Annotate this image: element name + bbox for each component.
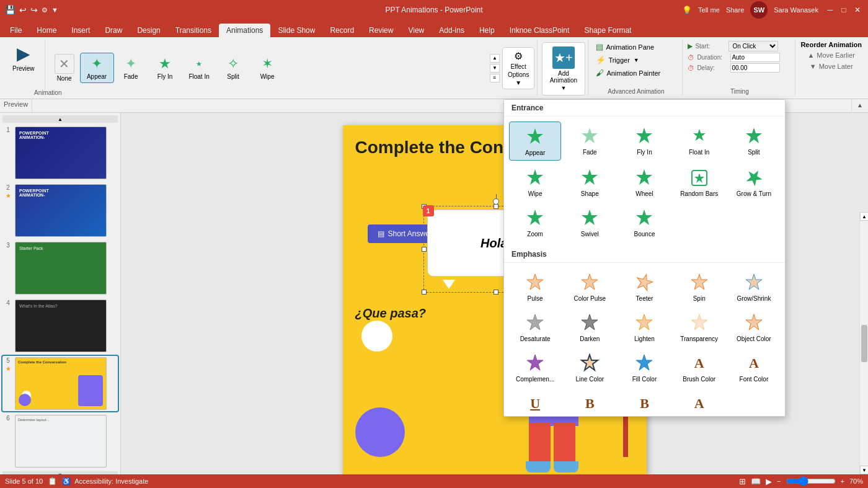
emphasis-boldflash[interactable]: B Bold Flash bbox=[564, 389, 616, 416]
delay-input[interactable] bbox=[730, 63, 780, 73]
minimize-btn[interactable]: ─ bbox=[825, 4, 836, 16]
anim-wipe[interactable]: ✶ Wipe bbox=[250, 53, 285, 82]
entrance-bounce[interactable]: Bounce bbox=[618, 203, 670, 241]
emphasis-brushcolor[interactable]: A Brush Color bbox=[673, 348, 725, 386]
slide-thumb-4[interactable]: 4 What's In the Atlas? bbox=[2, 298, 118, 353]
view-slideshow-icon[interactable]: ▶ bbox=[766, 477, 772, 486]
tab-review[interactable]: Review bbox=[361, 24, 401, 37]
tab-draw[interactable]: Draw bbox=[97, 24, 130, 37]
emphasis-linecolor[interactable]: Line Color bbox=[564, 348, 616, 386]
entrance-floatin[interactable]: Float In bbox=[673, 122, 725, 161]
scroll-down-btn[interactable]: ▼ bbox=[490, 64, 500, 73]
tab-transitions[interactable]: Transitions bbox=[168, 24, 219, 37]
entrance-shape[interactable]: Shape bbox=[564, 163, 616, 201]
zoom-slider[interactable] bbox=[786, 476, 836, 486]
slide-scroll-up-btn[interactable]: ▲ bbox=[2, 115, 118, 123]
tab-file[interactable]: File bbox=[2, 24, 29, 37]
move-later-btn[interactable]: ▼ Move Later bbox=[806, 61, 857, 72]
add-animation-btn[interactable]: ★+ Add Animation ▼ bbox=[542, 42, 585, 95]
emphasis-boldreveal[interactable]: B Bold Reveal bbox=[618, 389, 670, 416]
undo-icon[interactable]: ↩ bbox=[19, 5, 27, 15]
share-text[interactable]: Share bbox=[726, 6, 744, 14]
entrance-flyin[interactable]: Fly In bbox=[618, 122, 670, 161]
table-leg bbox=[623, 414, 628, 457]
start-select[interactable]: On Click With Previous After Previous bbox=[728, 41, 778, 51]
entrance-zoom[interactable]: Zoom bbox=[509, 203, 561, 241]
emphasis-colorpulse[interactable]: Color Pulse bbox=[564, 268, 616, 306]
view-reading-icon[interactable]: 📖 bbox=[751, 477, 761, 486]
emphasis-growshrink[interactable]: Grow/Shrink bbox=[728, 268, 780, 306]
emphasis-fillcolor[interactable]: Fill Color bbox=[618, 348, 670, 386]
view-normal-icon[interactable]: ⊞ bbox=[739, 477, 746, 486]
emphasis-wave[interactable]: A Wave bbox=[673, 389, 725, 416]
tab-addins[interactable]: Add-ins bbox=[432, 24, 472, 37]
quick-access-more[interactable]: ⚙ bbox=[42, 6, 48, 14]
tab-view[interactable]: View bbox=[401, 24, 432, 37]
tab-home[interactable]: Home bbox=[29, 24, 64, 37]
tab-insert[interactable]: Insert bbox=[64, 24, 97, 37]
zoom-in-btn[interactable]: + bbox=[841, 477, 844, 485]
emphasis-darken[interactable]: Darken bbox=[564, 308, 616, 346]
animation-painter-btn[interactable]: 🖌 Animation Painter bbox=[593, 67, 678, 79]
anim-fade[interactable]: ✦ Fade bbox=[114, 53, 148, 82]
slide-thumb-2[interactable]: 2 ★ POWERPOINTANIMATION- bbox=[2, 183, 118, 238]
tab-shapeformat[interactable]: Shape Format bbox=[577, 24, 639, 37]
user-avatar[interactable]: SW bbox=[750, 1, 768, 19]
emphasis-pulse[interactable]: Pulse bbox=[509, 268, 561, 306]
emphasis-lighten[interactable]: Lighten bbox=[618, 308, 670, 346]
tab-help[interactable]: Help bbox=[472, 24, 502, 37]
emphasis-desaturate[interactable]: Desaturate bbox=[509, 308, 561, 346]
tab-animations[interactable]: Animations bbox=[219, 24, 270, 37]
slide-thumb-5[interactable]: 5 ★ Complete the Conversation bbox=[2, 356, 118, 411]
tab-record[interactable]: Record bbox=[322, 24, 361, 37]
accessibility-icon[interactable]: ♿ bbox=[62, 477, 71, 486]
emphasis-transparency[interactable]: Transparency bbox=[673, 308, 725, 346]
trigger-btn[interactable]: ⚡ Trigger ▼ bbox=[593, 54, 678, 66]
emphasis-objectcolor[interactable]: Object Color bbox=[728, 308, 780, 346]
duration-input[interactable] bbox=[730, 53, 780, 62]
entrance-split[interactable]: Split bbox=[728, 122, 780, 161]
animation-pane-btn[interactable]: ▤ Animation Pane bbox=[593, 41, 678, 53]
zoom-out-btn[interactable]: − bbox=[777, 477, 781, 485]
entrance-growturn[interactable]: Grow & Turn bbox=[728, 163, 780, 201]
slide-view-icon[interactable]: 📋 bbox=[48, 477, 57, 486]
emphasis-teeter[interactable]: Teeter bbox=[618, 268, 670, 306]
tell-me-icon[interactable]: 💡 bbox=[682, 6, 692, 15]
entrance-randombars[interactable]: Random Bars bbox=[673, 163, 725, 201]
anim-none[interactable]: ✕ None bbox=[49, 51, 80, 84]
scroll-up-btn[interactable]: ▲ bbox=[490, 54, 500, 63]
emphasis-underline[interactable]: U Underline bbox=[509, 389, 561, 416]
anim-floatin[interactable]: ⋆ Float In bbox=[182, 53, 216, 82]
entrance-appear[interactable]: Appear bbox=[509, 122, 561, 161]
move-earlier-btn[interactable]: ▲ Move Earlier bbox=[804, 50, 859, 61]
anim-flyin[interactable]: ★ Fly In bbox=[148, 53, 182, 82]
main-scroll-down[interactable]: ▼ bbox=[860, 466, 868, 474]
tab-design[interactable]: Design bbox=[130, 24, 167, 37]
emphasis-fontcolor[interactable]: A Font Color bbox=[728, 348, 780, 386]
redo-icon[interactable]: ↪ bbox=[30, 5, 38, 15]
effect-options-btn[interactable]: ⚙ Effect Options ▼ bbox=[502, 47, 534, 89]
anim-appear[interactable]: ✦ Appear bbox=[80, 53, 114, 83]
slide-thumb-6[interactable]: 6 Determine layout... bbox=[2, 414, 118, 469]
entrance-wipe[interactable]: Wipe bbox=[509, 163, 561, 201]
restore-btn[interactable]: □ bbox=[838, 4, 849, 16]
emphasis-spin[interactable]: Spin bbox=[673, 268, 725, 306]
slide-thumb-3[interactable]: 3 Starter Pack bbox=[2, 241, 118, 296]
entrance-wheel[interactable]: Wheel bbox=[618, 163, 670, 201]
save-icon[interactable]: 💾 bbox=[5, 5, 16, 15]
scroll-more-btn[interactable]: ≡ bbox=[490, 74, 500, 82]
entrance-swivel[interactable]: Swivel bbox=[564, 203, 616, 241]
slide-thumb-1[interactable]: 1 POWERPOINTANIMATION- bbox=[2, 125, 118, 180]
tell-me-text[interactable]: Tell me bbox=[698, 6, 720, 14]
close-btn[interactable]: ✕ bbox=[852, 4, 863, 16]
collapse-btn[interactable]: ▲ bbox=[851, 99, 868, 112]
more-options[interactable]: ▼ bbox=[51, 6, 58, 14]
main-scroll-up[interactable]: ▲ bbox=[860, 212, 868, 221]
tab-classpoint[interactable]: Inknoe ClassPoint bbox=[502, 24, 577, 37]
emphasis-complementary[interactable]: Complemen... bbox=[509, 348, 561, 386]
rotate-handle[interactable] bbox=[493, 194, 499, 205]
preview-btn[interactable]: ▶ Preview bbox=[7, 41, 40, 74]
anim-split[interactable]: ✧ Split bbox=[216, 53, 250, 82]
tab-slideshow[interactable]: Slide Show bbox=[270, 24, 322, 37]
entrance-fade[interactable]: Fade bbox=[564, 122, 616, 161]
